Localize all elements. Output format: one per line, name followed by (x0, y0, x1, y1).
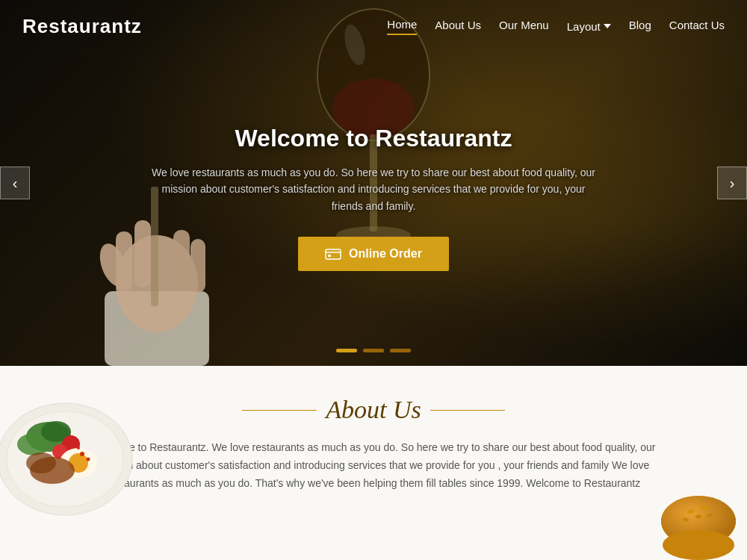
about-title-row: About Us (90, 396, 657, 424)
site-logo[interactable]: Restaurantz (22, 15, 142, 38)
nav-item-layout[interactable]: Layout (567, 20, 611, 33)
hero-title: Welcome to Restaurantz (149, 125, 598, 152)
food-plate-image (0, 373, 138, 519)
svg-point-28 (26, 452, 56, 473)
about-line-right (430, 410, 505, 411)
slider-dot-3[interactable] (390, 349, 411, 352)
svg-rect-10 (134, 220, 151, 287)
slider-arrow-right[interactable]: › (717, 167, 747, 199)
hero-content: Welcome to Restaurantz We love restauran… (149, 125, 598, 271)
hero-section: Welcome to Restaurantz We love restauran… (0, 0, 747, 366)
svg-point-29 (80, 452, 84, 456)
svg-point-31 (77, 447, 80, 449)
nav-item-contact[interactable]: Contact Us (669, 19, 725, 34)
slider-dots (336, 349, 411, 352)
online-order-button[interactable]: Online Order (298, 237, 449, 271)
slider-arrow-left[interactable]: ‹ (0, 167, 30, 199)
svg-marker-0 (604, 24, 611, 28)
svg-rect-17 (328, 255, 331, 257)
svg-rect-15 (326, 249, 341, 259)
slider-dot-1[interactable] (336, 349, 357, 352)
about-section: About Us Welcome to Restaurantz. We love… (0, 366, 747, 560)
main-nav: Home About Us Our Menu Layout Blog Conta… (387, 18, 725, 35)
burger-image (657, 493, 740, 560)
hero-subtitle: We love restaurants as much as you do. S… (149, 164, 598, 214)
nav-item-home[interactable]: Home (387, 18, 417, 35)
svg-point-39 (663, 530, 734, 560)
order-icon (325, 247, 341, 261)
nav-item-menu[interactable]: Our Menu (499, 19, 549, 34)
about-text: Welcome to Restaurantz. We love restaura… (90, 439, 657, 492)
svg-point-30 (87, 458, 90, 461)
about-title: About Us (326, 396, 421, 424)
nav-item-about[interactable]: About Us (435, 19, 481, 34)
about-line-left (242, 410, 317, 411)
nav-item-blog[interactable]: Blog (629, 19, 651, 34)
header: Restaurantz Home About Us Our Menu Layou… (0, 0, 747, 52)
slider-dot-2[interactable] (363, 349, 384, 352)
